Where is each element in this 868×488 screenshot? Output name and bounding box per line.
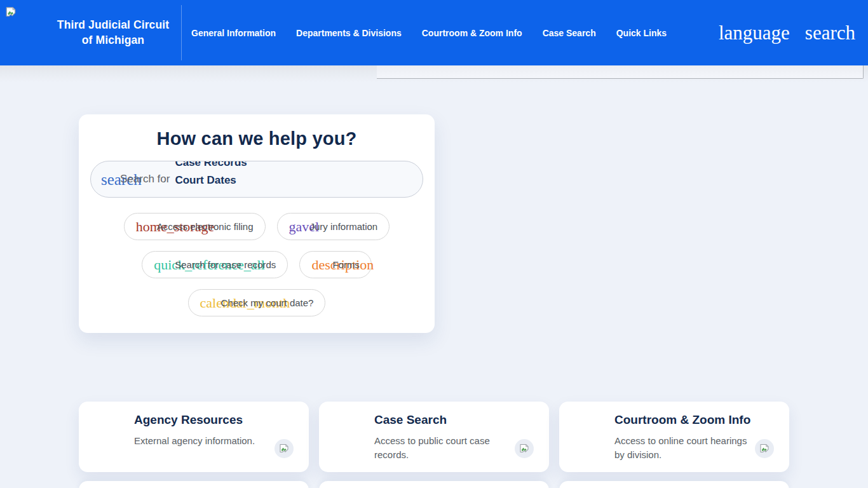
nav-general-information[interactable]: General Information	[191, 28, 276, 38]
chip-jury-information[interactable]: gavel Jury information	[277, 213, 390, 240]
card-description: Access to online court hearings by divis…	[614, 434, 755, 462]
broken-image-icon	[755, 439, 774, 458]
chip-row-2: quick_reference_all Search for case reco…	[142, 251, 372, 278]
description-icon: description	[311, 258, 327, 272]
site-header: Third Judicial Circuit of Michigan Gener…	[0, 0, 868, 65]
chip-label: Search for case records	[175, 259, 276, 270]
card-courtroom-zoom-info[interactable]: Courtroom & Zoom Info Access to online c…	[559, 402, 789, 472]
search-placeholder: Search for	[120, 173, 170, 186]
info-card-row-2-peek	[79, 481, 789, 488]
nav-departments-divisions[interactable]: Departments & Divisions	[296, 28, 402, 38]
card-body: External agency information.	[134, 434, 294, 458]
chip-row-3: calendar_month Check my court date?	[188, 289, 326, 316]
gavel-icon: gavel	[289, 220, 304, 234]
home-storage-icon: home_storage	[136, 220, 151, 234]
chip-label: Check my court date?	[221, 297, 314, 308]
main-nav: General Information Departments & Divisi…	[191, 0, 667, 65]
chip-forms[interactable]: description Forms	[299, 251, 372, 278]
card-title: Courtroom & Zoom Info	[614, 413, 774, 427]
chip-label: Access electronic filing	[157, 221, 254, 232]
site-logo-broken-image-icon[interactable]	[5, 6, 17, 18]
header-icon-group: language search	[719, 0, 855, 65]
search-suggestion-rotator: Case Records Court Dates	[175, 161, 423, 197]
header-divider	[181, 5, 182, 60]
broken-image-icon	[275, 439, 294, 458]
chip-access-electronic-filing[interactable]: home_storage Access electronic filing	[124, 213, 266, 240]
chip-label: Jury information	[310, 221, 378, 232]
card-description: External agency information.	[134, 434, 275, 448]
chip-check-court-date[interactable]: calendar_month Check my court date?	[188, 289, 326, 316]
nav-courtroom-zoom-info[interactable]: Courtroom & Zoom Info	[422, 28, 522, 38]
chip-label: Forms	[332, 259, 360, 270]
calendar-month-icon: calendar_month	[200, 296, 215, 310]
chip-search-case-records[interactable]: quick_reference_all Search for case reco…	[142, 251, 288, 278]
suggestion-court-dates: Court Dates	[175, 174, 236, 187]
site-search-input[interactable]: search Search for Case Records Court Dat…	[90, 161, 423, 198]
page-title: How can we help you?	[79, 128, 435, 149]
search-dropdown-panel[interactable]	[377, 65, 864, 79]
brand-line2: of Michigan	[44, 33, 182, 48]
nav-quick-links[interactable]: Quick Links	[616, 28, 667, 38]
peek-card[interactable]	[319, 481, 549, 488]
suggestion-case-records: Case Records	[175, 161, 247, 169]
peek-card[interactable]	[559, 481, 789, 488]
card-case-search[interactable]: Case Search Access to public court case …	[319, 402, 549, 472]
card-body: Access to online court hearings by divis…	[614, 434, 774, 462]
language-icon[interactable]: language	[719, 23, 790, 43]
site-brand[interactable]: Third Judicial Circuit of Michigan	[44, 0, 182, 65]
help-card: How can we help you? search Search for C…	[79, 114, 435, 333]
card-title: Agency Resources	[134, 413, 294, 427]
card-agency-resources[interactable]: Agency Resources External agency informa…	[79, 402, 309, 472]
quick-action-chips: home_storage Access electronic filing ga…	[79, 213, 435, 316]
chip-row-1: home_storage Access electronic filing ga…	[124, 213, 390, 240]
card-body: Access to public court case records.	[374, 434, 534, 462]
nav-case-search[interactable]: Case Search	[543, 28, 596, 38]
quick-reference-icon: quick_reference_all	[154, 258, 169, 272]
brand-line1: Third Judicial Circuit	[44, 18, 182, 32]
broken-image-icon	[515, 439, 534, 458]
search-icon[interactable]: search	[805, 23, 855, 43]
card-description: Access to public court case records.	[374, 434, 515, 462]
peek-card[interactable]	[79, 481, 309, 488]
search-icon: search	[101, 172, 116, 187]
card-title: Case Search	[374, 413, 534, 427]
info-card-row: Agency Resources External agency informa…	[79, 402, 789, 472]
